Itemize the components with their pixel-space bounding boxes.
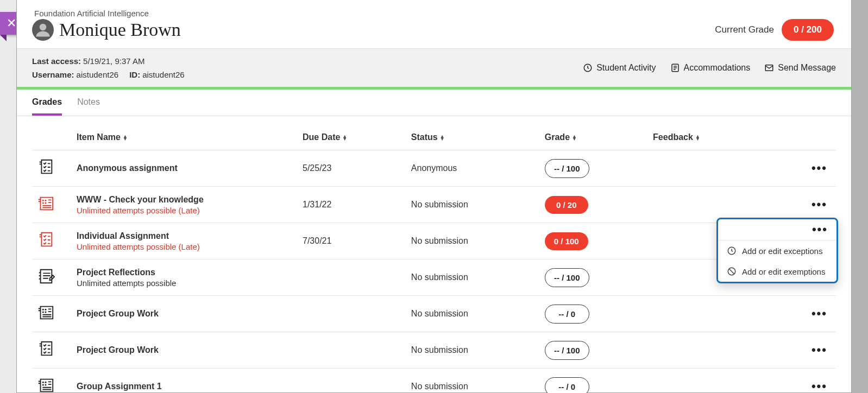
status: No submission <box>407 259 540 296</box>
status: No submission <box>407 223 540 259</box>
item-subtext: Unlimited attempts possible (Late) <box>77 242 294 251</box>
due-date: 7/30/21 <box>298 223 407 259</box>
tab-notes[interactable]: Notes <box>77 97 100 116</box>
grade-pill[interactable]: 0 / 20 <box>545 196 588 214</box>
due-date <box>298 259 407 296</box>
feedback <box>649 369 762 394</box>
due-date: 1/31/22 <box>298 187 407 223</box>
menu-add-exceptions[interactable]: Add or edit exceptions <box>718 240 836 261</box>
item-name[interactable]: Group Assignment 1 <box>77 382 294 391</box>
item-type-icon <box>32 332 72 369</box>
item-name[interactable]: Anonymous assignment <box>77 163 294 173</box>
current-grade-label: Current Grade <box>715 24 774 35</box>
mail-icon <box>764 63 774 73</box>
sort-icon: ▲▼ <box>695 135 700 141</box>
avatar <box>32 19 54 41</box>
meta-bar: Last access:5/19/21, 9:37 AM Username:ai… <box>17 48 851 87</box>
svg-point-0 <box>40 24 47 31</box>
row-actions-button[interactable]: ••• <box>807 159 832 178</box>
grade-pill[interactable]: 0 / 100 <box>545 232 588 250</box>
grades-table: Item Name▲▼ Due Date▲▼ Status▲▼ Grade▲▼ … <box>32 116 836 393</box>
menu-add-exemptions[interactable]: Add or edit exemptions <box>718 261 836 282</box>
grade-pill[interactable]: -- / 100 <box>545 159 589 178</box>
send-message-link[interactable]: Send Message <box>764 63 836 73</box>
current-grade-pill: 0 / 200 <box>782 19 834 41</box>
col-status[interactable]: Status▲▼ <box>407 116 540 150</box>
table-row: Project Group Work No submission -- / 0 … <box>32 296 836 332</box>
row-actions-button[interactable]: ••• <box>807 305 832 323</box>
item-name[interactable]: Project Group Work <box>77 309 294 319</box>
due-date <box>298 332 407 369</box>
item-type-icon <box>32 150 72 187</box>
accommodations-link[interactable]: Accommodations <box>670 63 751 73</box>
grade-pill[interactable]: -- / 0 <box>545 305 589 324</box>
send-message-label: Send Message <box>778 63 836 73</box>
table-row: Project Reflections Unlimited attempts p… <box>32 259 836 296</box>
row-actions-button[interactable]: ••• <box>807 377 832 393</box>
item-type-icon <box>32 187 72 223</box>
item-subtext: Unlimited attempts possible (Late) <box>77 206 294 215</box>
item-subtext: Unlimited attempts possible <box>77 278 294 288</box>
item-type-icon <box>32 223 72 259</box>
table-row: Individual Assignment Unlimited attempts… <box>32 223 836 259</box>
sort-icon: ▲▼ <box>572 135 577 141</box>
prohibit-icon <box>727 267 737 276</box>
item-type-icon <box>32 259 72 296</box>
clock-icon <box>727 246 737 256</box>
tab-grades[interactable]: Grades <box>32 97 62 116</box>
table-row: Project Group Work No submission -- / 10… <box>32 332 836 369</box>
row-actions-button[interactable]: ••• <box>807 195 832 214</box>
table-row: WWW - Check your knowledge Unlimited att… <box>32 187 836 223</box>
last-access-label: Last access: <box>32 56 81 66</box>
item-name[interactable]: Project Reflections <box>77 268 294 277</box>
accommodations-label: Accommodations <box>684 63 751 73</box>
grade-pill[interactable]: -- / 100 <box>545 341 589 360</box>
row-actions-menu: ••• Add or edit exceptions Add or edit e… <box>716 218 838 283</box>
feedback <box>649 296 762 332</box>
col-item-name[interactable]: Item Name▲▼ <box>72 116 298 150</box>
student-activity-label: Student Activity <box>596 63 656 73</box>
due-date <box>298 369 407 394</box>
sort-icon: ▲▼ <box>123 135 128 141</box>
sort-icon: ▲▼ <box>342 135 347 141</box>
item-type-icon <box>32 369 72 394</box>
more-icon[interactable]: ••• <box>812 223 828 237</box>
item-name[interactable]: WWW - Check your knowledge <box>77 195 294 205</box>
activity-icon <box>583 63 593 73</box>
due-date <box>298 296 407 332</box>
status: No submission <box>407 187 540 223</box>
id-value: aistudent26 <box>142 70 185 79</box>
id-label: ID: <box>129 70 140 79</box>
status: Anonymous <box>407 150 540 187</box>
row-actions-button[interactable]: ••• <box>807 341 832 359</box>
grade-pill[interactable]: -- / 100 <box>545 268 589 287</box>
status: No submission <box>407 332 540 369</box>
student-activity-link[interactable]: Student Activity <box>583 63 656 73</box>
item-name[interactable]: Individual Assignment <box>77 231 294 241</box>
col-feedback[interactable]: Feedback▲▼ <box>649 116 762 150</box>
course-name: Foundation Artificial Intelligence <box>34 9 836 18</box>
item-type-icon <box>32 296 72 332</box>
sort-icon: ▲▼ <box>440 135 445 141</box>
col-due-date[interactable]: Due Date▲▼ <box>298 116 407 150</box>
accommodations-icon <box>670 63 680 73</box>
item-name[interactable]: Project Group Work <box>77 345 294 355</box>
status: No submission <box>407 296 540 332</box>
student-name: Monique Brown <box>59 20 181 40</box>
username-label: Username: <box>32 70 74 79</box>
grade-pill[interactable]: -- / 0 <box>545 377 589 394</box>
feedback <box>649 150 762 187</box>
status: No submission <box>407 369 540 394</box>
col-grade[interactable]: Grade▲▼ <box>540 116 649 150</box>
student-panel: Foundation Artificial Intelligence Moniq… <box>16 0 852 393</box>
feedback <box>649 332 762 369</box>
table-row: Anonymous assignment 5/25/23 Anonymous -… <box>32 150 836 187</box>
due-date: 5/25/23 <box>298 150 407 187</box>
username-value: aistudent26 <box>77 70 119 79</box>
last-access-value: 5/19/21, 9:37 AM <box>83 56 144 66</box>
table-row: Group Assignment 1 No submission -- / 0 … <box>32 369 836 394</box>
